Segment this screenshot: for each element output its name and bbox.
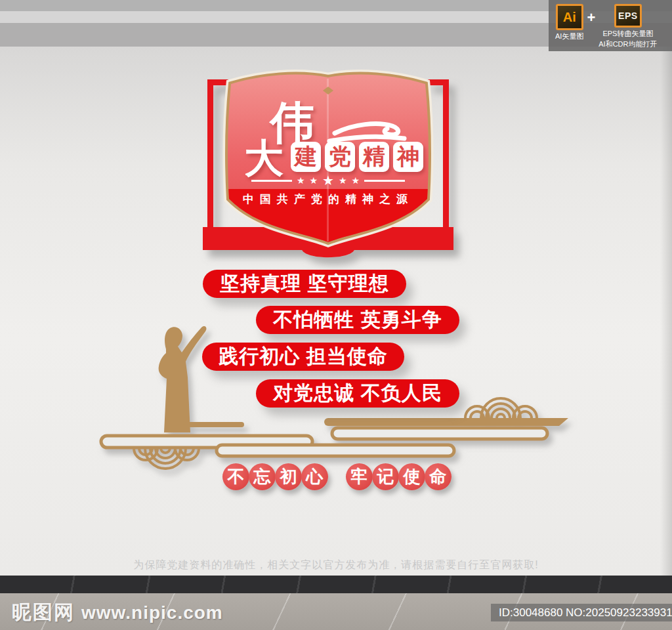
motto-circle: 使: [398, 463, 425, 490]
boxed-char: 神: [393, 142, 423, 172]
slogan-banner: 不怕牺牲 英勇斗争: [256, 306, 459, 334]
boxed-char-label: 精: [363, 142, 385, 172]
motto-circle: 心: [301, 463, 328, 490]
boxed-char-label: 党: [329, 142, 351, 172]
boxed-char: 党: [325, 142, 355, 172]
motto-circle: 忘: [249, 463, 276, 490]
book-subtitle: 中国共产党的精神之源: [217, 192, 440, 207]
motto-char: 牢: [351, 465, 368, 488]
star-divider-left: [251, 180, 292, 182]
ai-file-icon: Ai: [556, 4, 583, 30]
motto-char: 使: [404, 465, 421, 488]
eps-file-icon: EPS: [614, 4, 642, 28]
boxed-char: 建: [291, 142, 321, 172]
motto-circle: 初: [275, 463, 302, 490]
dark-marble-baseboard: [0, 576, 672, 593]
image-id-plate: ID:30048680 NO:20250923233931181102: [491, 604, 672, 621]
site-url: www.nipic.com: [81, 602, 223, 623]
star-divider-right: [364, 180, 405, 182]
boxed-char: 精: [359, 142, 389, 172]
motto-char: 忘: [254, 465, 271, 488]
motto-char: 初: [280, 465, 297, 488]
headline-boxed-chars: 建 党 精 神: [291, 142, 423, 172]
motto-char: 记: [377, 465, 394, 488]
stars-row: ★ ★ ★ ★ ★: [223, 173, 433, 188]
motto-circle: 命: [425, 463, 452, 490]
motto-char: 命: [430, 465, 447, 488]
motto-circle: 牢: [346, 463, 373, 490]
format-badge-panel: Ai AI矢量图 + EPS EPS转曲矢量图 AI和CDR均能打开: [549, 0, 672, 51]
star-icon: ★: [339, 176, 347, 185]
star-icon: ★: [352, 176, 360, 185]
disclaimer-text: 为保障党建资料的准确性，相关文字以官方发布为准，请根据需要自行至官网获取!: [0, 558, 672, 572]
star-icon: ★: [309, 176, 318, 185]
motto-gap: [327, 463, 346, 490]
ai-icon-label: Ai: [563, 10, 576, 25]
plus-icon: +: [587, 4, 595, 49]
motto-char: 心: [306, 465, 324, 488]
motto-circle: 不: [222, 463, 249, 490]
eps-icon-label: EPS: [618, 10, 638, 21]
site-logo: 昵图网: [12, 599, 75, 626]
ai-badge: Ai AI矢量图: [555, 4, 583, 49]
boxed-char-label: 神: [397, 142, 419, 172]
boxed-char-label: 建: [295, 142, 317, 172]
star-icon: ★: [322, 174, 334, 187]
eps-badge: EPS EPS转曲矢量图 AI和CDR均能打开: [598, 4, 657, 49]
slogan-banner: 坚持真理 坚守理想: [203, 270, 406, 298]
slogan-banner: 对党忠诚 不负人民: [256, 379, 459, 408]
eps-caption-line2: AI和CDR均能打开: [598, 40, 657, 49]
stock-image-preview: 伟 大 建 党 精 神 ★ ★ ★ ★ ★ 中国共产党的精神之源 坚持真理 坚守…: [0, 0, 672, 630]
wall-corner-shade: [660, 47, 672, 576]
motto-circles-row: 不 忘 初 心 牢 记 使 命: [222, 463, 451, 490]
slogan-banner: 践行初心 担当使命: [202, 343, 404, 371]
motto-char: 不: [228, 465, 245, 488]
eps-caption-line1: EPS转曲矢量图: [602, 30, 653, 38]
site-watermark: 昵图网 www.nipic.com: [12, 599, 223, 626]
motto-circle: 记: [372, 463, 399, 490]
star-icon: ★: [297, 176, 305, 185]
ai-caption: AI矢量图: [555, 32, 583, 41]
